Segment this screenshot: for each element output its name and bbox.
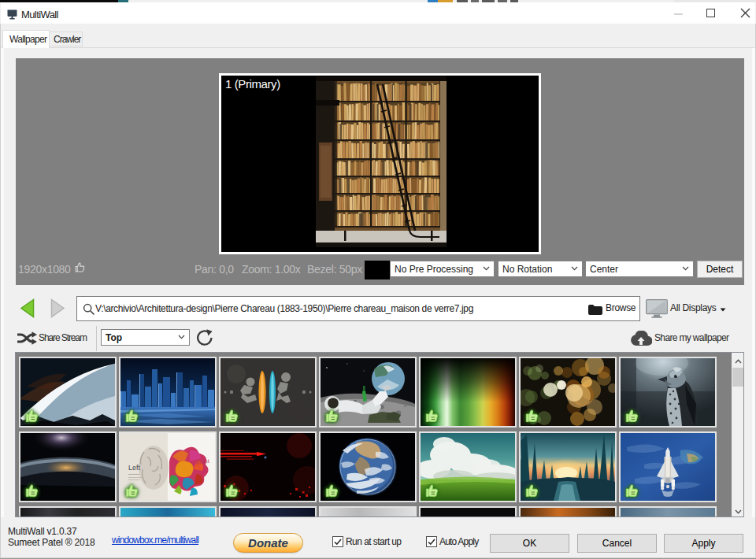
svg-text:Left: Left [128, 464, 141, 472]
